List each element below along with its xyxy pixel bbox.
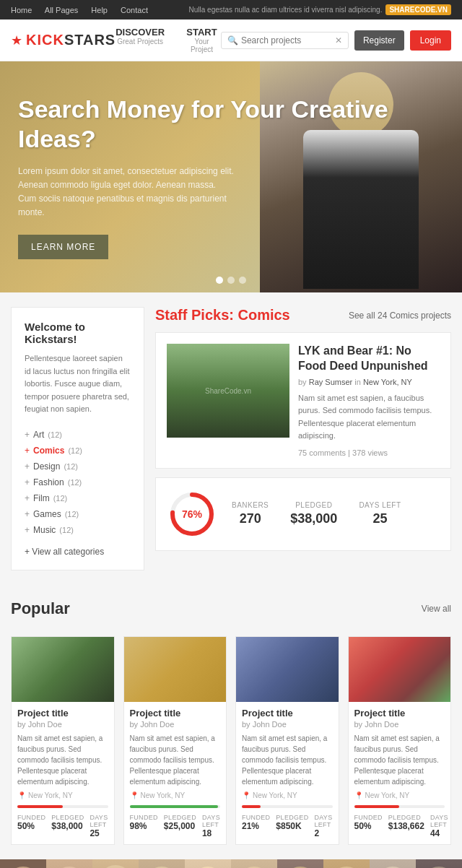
header: ★ KICKKICKSTARSSTARS DISCOVER Great Proj… [0,19,462,61]
nav-contact[interactable]: Contact [121,6,148,14]
nav-home[interactable]: Home [11,6,32,14]
nav-help[interactable]: Help [91,6,108,14]
staff-project-stats: 75 comments | 378 views [298,448,440,457]
nav-start-label: START [183,27,221,38]
hero-description: Lorem ipsum dolor sit amet, consectetuer… [18,165,235,220]
cat-count-art: (12) [48,430,62,439]
project-card-4-image [349,637,451,702]
pledged-value: $38,000 [290,511,337,526]
view-all-categories[interactable]: + View all categories [25,547,131,557]
hero-content: Search Money for Your Creative Ideas? Lo… [0,73,462,280]
staff-picks-card: ShareCode.vn LYK and Bear #1: No Food De… [155,332,451,469]
staff-picks-header: Staff Picks: Comics See all 24 Comics pr… [155,307,451,324]
cat-plus-icon: + [25,461,30,472]
register-button[interactable]: Register [354,30,404,51]
project-card-4-location: 📍 New York, NY [354,791,445,799]
footer-days-4: DAYS LEFT 44 [430,814,448,838]
logo-star-icon: ★ [11,32,22,48]
project-card-1-title: Project title [17,708,108,719]
footer-days-1: DAYS LEFT 25 [90,814,108,838]
cat-name-film: Film [33,493,50,503]
footer-funded-3: FUNDED 21% [242,814,270,838]
location-pin-icon: 📍 [354,791,363,799]
staff-project-title: LYK and Bear #1: No Food Deed Unpunished [298,344,440,374]
project-card-2-image [124,637,227,702]
nav-start-sub: Your Project [183,38,221,53]
cat-name-games: Games [33,509,61,519]
cat-count-fashion: (12) [68,478,82,487]
staff-picks-category: Comics [238,307,290,323]
project-card-2-location: 📍 New York, NY [130,791,221,799]
project-card-3-image [236,637,339,702]
cat-item-design[interactable]: + Design (12) [25,459,131,474]
cat-name-comics: Comics [33,446,64,456]
progress-bar-fill-1 [17,805,63,808]
search-box[interactable]: 🔍 ✕ [221,32,349,49]
days-label: DAYS LEFT [359,501,401,509]
see-all-link[interactable]: See all 24 Comics projects [349,311,451,321]
project-card-3-body: Project title by John Doe Nam sit amet e… [236,702,339,844]
circular-progress: 76% [167,489,217,539]
top-bar: Home All Pages Help Contact Nulla egesta… [0,0,462,19]
project-card-1-location: 📍 New York, NY [17,791,108,799]
cat-plus-icon: + [25,477,30,487]
cat-item-music[interactable]: + Music (12) [25,522,131,538]
cat-name-art: Art [33,430,44,440]
location-pin-icon: 📍 [242,791,250,799]
progress-bar-fill-2 [130,805,219,808]
progress-bar-bg-3 [242,805,333,808]
top-nav[interactable]: Home All Pages Help Contact [11,6,159,14]
progress-percent: 76% [182,508,202,520]
footer-pledged-1: PLEDGED $38,000 [51,814,84,838]
staff-picks-title: Staff Picks: Comics [155,307,290,324]
project-stats-group: BANKERS 270 PLEDGED $38,000 DAYS LEFT 25 [232,501,401,526]
progress-bar-bg-4 [354,805,445,808]
staff-picks-section: Staff Picks: Comics See all 24 Comics pr… [155,307,451,570]
logo-text: KICKKICKSTARSSTARS [26,32,116,48]
project-card-2-title: Project title [130,708,221,719]
popular-section: Popular View all Project title by John D… [0,585,462,859]
staff-progress-bar: 76% BANKERS 270 PLEDGED $38,000 DAYS LEF… [155,477,451,551]
cat-item-comics[interactable]: + Comics (12) [25,443,131,459]
friends-faces-top [0,859,462,868]
project-card-4: Project title by John Doe Nam sit amet e… [348,636,452,845]
main-nav[interactable]: DISCOVER Great Projects START Your Proje… [116,27,221,53]
cat-count-comics: (12) [68,446,82,455]
footer-pledged-3: PLEDGED $850K [276,814,308,838]
learn-more-button[interactable]: LEARN MORE [18,235,108,259]
cat-item-film[interactable]: + Film (12) [25,490,131,506]
cat-plus-icon: + [25,525,30,535]
friend-face-3 [92,859,139,868]
popular-view-all[interactable]: View all [422,604,451,614]
top-bar-right: Nulla egestas nulla ac diam ultrices id … [189,4,451,15]
progress-bar-bg-2 [130,805,221,808]
logo[interactable]: ★ KICKKICKSTARSSTARS [11,32,116,48]
nav-start[interactable]: START Your Project [183,27,221,53]
project-card-4-body: Project title by John Doe Nam sit amet e… [349,702,451,844]
friend-face-5 [185,859,231,868]
progress-bar-fill-3 [242,805,261,808]
stat-bankers: BANKERS 270 [232,501,269,526]
hero-title: Search Money for Your Creative Ideas? [18,95,444,154]
project-card-3-author: by John Doe [242,720,333,729]
project-card-1-author: by John Doe [17,720,108,729]
sharecode-badge: SHARECODE.VN [385,4,451,15]
cat-item-games[interactable]: + Games (12) [25,506,131,522]
sidebar: Welcome to Kickstars! Pellentesque laore… [11,307,144,570]
friends-section: Discover great projects with your friend… [0,859,462,868]
footer-funded-4: FUNDED 50% [354,814,383,838]
popular-title: Popular [11,599,70,618]
nav-all-pages[interactable]: All Pages [45,6,78,14]
cat-item-fashion[interactable]: + Fashion (12) [25,474,131,490]
bankers-value: 270 [232,511,269,526]
staff-project-author: by Ray Sumser in New York, NY [298,378,440,386]
cat-item-art[interactable]: + Art (12) [25,427,131,443]
login-button[interactable]: Login [410,30,451,51]
project-card-4-desc: Nam sit amet est sapien, a faucibus puru… [354,733,445,787]
search-input[interactable] [241,35,335,45]
staff-project-image: ShareCode.vn [167,344,289,438]
nav-discover[interactable]: DISCOVER Great Projects [116,27,165,53]
cat-count-music: (12) [59,526,74,534]
search-clear-icon[interactable]: ✕ [335,35,342,45]
project-card-4-author: by John Doe [354,720,445,729]
